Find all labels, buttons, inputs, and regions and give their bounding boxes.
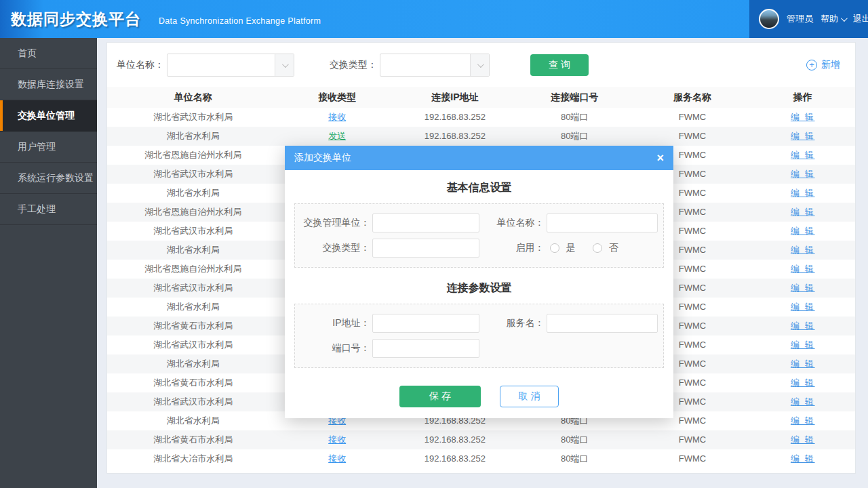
edit-link[interactable]: 编 辑 — [791, 378, 815, 388]
edit-link[interactable]: 编 辑 — [791, 188, 815, 198]
unit-name-select[interactable] — [167, 54, 294, 77]
service-cell: FWMC — [635, 127, 751, 146]
unit-name-input[interactable] — [547, 214, 658, 232]
brand: 数据同步交换平台 Data Synchronization Exchange P… — [0, 9, 321, 30]
top-bar: 数据同步交换平台 Data Synchronization Exchange P… — [0, 0, 868, 38]
exchange-type-filter-label: 交换类型： — [330, 59, 377, 71]
sidebar-item-交换单位管理[interactable]: 交换单位管理 — [0, 100, 97, 131]
port-input[interactable] — [372, 339, 479, 358]
unit-name-filter-label: 单位名称： — [117, 59, 164, 71]
ip-cell: 192.168.83.252 — [395, 430, 515, 449]
receive-type-link[interactable]: 发送 — [328, 131, 346, 141]
filter-bar: 单位名称： 交换类型： 查 询 + 新增 — [107, 43, 855, 87]
edit-link[interactable]: 编 辑 — [791, 112, 815, 122]
manage-unit-input[interactable] — [372, 214, 479, 232]
column-header-ip: 连接IP地址 — [395, 87, 515, 108]
unit-name-cell: 湖北省恩施自治州水利局 — [107, 260, 279, 279]
receive-type-link[interactable]: 接收 — [328, 434, 346, 445]
unit-name-cell: 湖北省水利局 — [107, 184, 279, 203]
edit-link[interactable]: 编 辑 — [791, 131, 815, 141]
receive-type-link[interactable]: 接收 — [328, 453, 346, 464]
ip-input[interactable] — [372, 314, 479, 333]
port-cell: 80端口 — [515, 127, 634, 146]
exchange-type-select-value — [380, 54, 470, 76]
edit-link[interactable]: 编 辑 — [791, 264, 815, 274]
sidebar-item-首页[interactable]: 首页 — [0, 38, 97, 69]
conn-params-section-title: 连接参数设置 — [294, 281, 664, 296]
edit-link[interactable]: 编 辑 — [791, 453, 815, 464]
unit-name-cell: 湖北省恩施自治州水利局 — [107, 146, 279, 165]
port-cell: 80端口 — [515, 449, 634, 468]
help-menu[interactable]: 帮助 — [821, 13, 846, 25]
service-name-input[interactable] — [547, 314, 658, 333]
exchange-type-input[interactable] — [372, 239, 479, 258]
edit-link[interactable]: 编 辑 — [791, 396, 815, 407]
receive-type-link[interactable]: 接收 — [328, 112, 346, 122]
chevron-down-icon — [470, 54, 489, 76]
modal-header: 添加交换单位 × — [285, 146, 673, 170]
save-button[interactable]: 保 存 — [399, 386, 481, 407]
close-icon[interactable]: × — [656, 152, 664, 164]
unit-name-cell: 湖北省武汉市水利局 — [107, 336, 279, 354]
port-cell: 80端口 — [515, 430, 634, 449]
port-cell: 80端口 — [515, 108, 634, 127]
basic-info-box: 交换管理单位： 单位名称： 交换类型： 启用： 是 — [294, 203, 664, 268]
sidebar-item-label: 用户管理 — [18, 141, 56, 152]
unit-name-cell: 湖北省黄石市水利局 — [107, 317, 279, 336]
modal-buttons: 保 存 取 消 — [294, 386, 664, 407]
user-name: 管理员 — [787, 13, 813, 25]
search-button[interactable]: 查 询 — [530, 54, 589, 76]
table-row: 湖北省大冶市水利局 接收 192.168.83.252 80端口 FWMC 编 … — [107, 449, 855, 468]
user-avatar[interactable] — [759, 9, 779, 29]
logout-button[interactable]: 退出 — [853, 13, 868, 25]
edit-link[interactable]: 编 辑 — [791, 415, 815, 426]
ip-label: IP地址： — [298, 317, 370, 329]
ip-cell: 192.168.83.252 — [395, 127, 515, 146]
ip-cell: 192.168.83.252 — [395, 449, 515, 468]
column-header-receive-type: 接收类型 — [279, 87, 395, 108]
edit-link[interactable]: 编 辑 — [791, 302, 815, 312]
sidebar-item-数据库连接设置[interactable]: 数据库连接设置 — [0, 69, 97, 100]
edit-link[interactable]: 编 辑 — [791, 340, 815, 350]
table-row: 湖北省黄石市水利局 接收 192.168.83.252 80端口 FWMC 编 … — [107, 430, 855, 449]
unit-name-cell: 湖北省武汉市水利局 — [107, 392, 279, 411]
plus-circle-icon: + — [806, 60, 817, 70]
exchange-type-select[interactable] — [380, 54, 490, 77]
sidebar-item-用户管理[interactable]: 用户管理 — [0, 131, 97, 163]
unit-name-cell: 湖北省武汉市水利局 — [107, 108, 279, 127]
unit-name-cell: 湖北省武汉市水利局 — [107, 279, 279, 298]
edit-link[interactable]: 编 辑 — [791, 434, 815, 445]
basic-info-section-title: 基本信息设置 — [294, 181, 664, 195]
enable-no-label[interactable]: 否 — [609, 242, 619, 254]
sidebar-item-手工处理[interactable]: 手工处理 — [0, 194, 97, 225]
modal-title: 添加交换单位 — [294, 152, 351, 164]
sidebar-item-系统运行参数设置[interactable]: 系统运行参数设置 — [0, 163, 97, 194]
edit-link[interactable]: 编 辑 — [791, 283, 815, 293]
enable-no-radio[interactable] — [593, 243, 602, 253]
edit-link[interactable]: 编 辑 — [791, 321, 815, 331]
sidebar-menu: 首页 数据库连接设置 交换单位管理 用户管理 系统运行参数设置 手工处理 — [0, 38, 97, 488]
user-area: 管理员 帮助 退出 — [749, 0, 868, 38]
edit-link[interactable]: 编 辑 — [791, 226, 815, 236]
unit-name-cell: 湖北省水利局 — [107, 241, 279, 260]
edit-link[interactable]: 编 辑 — [791, 169, 815, 179]
enable-yes-radio[interactable] — [550, 243, 559, 253]
service-name-label: 服务名： — [479, 317, 545, 329]
unit-name-cell: 湖北省武汉市水利局 — [107, 222, 279, 241]
ip-cell: 192.168.83.252 — [395, 108, 515, 127]
column-header-port: 连接端口号 — [515, 87, 634, 108]
modal-body: 基本信息设置 交换管理单位： 单位名称： 交换类型： 启用： — [285, 181, 673, 418]
enable-radio-group: 是 否 — [550, 242, 619, 254]
edit-link[interactable]: 编 辑 — [791, 359, 815, 369]
edit-link[interactable]: 编 辑 — [791, 207, 815, 217]
sidebar-item-label: 首页 — [18, 47, 37, 58]
enable-yes-label[interactable]: 是 — [566, 242, 576, 254]
chevron-down-icon — [275, 54, 294, 76]
unit-name-cell: 湖北省水利局 — [107, 127, 279, 146]
cancel-button[interactable]: 取 消 — [500, 386, 559, 407]
app-title: 数据同步交换平台 — [11, 9, 141, 30]
edit-link[interactable]: 编 辑 — [791, 150, 815, 160]
edit-link[interactable]: 编 辑 — [791, 245, 815, 255]
add-unit-button[interactable]: + 新增 — [806, 59, 840, 71]
service-cell: FWMC — [635, 449, 751, 468]
